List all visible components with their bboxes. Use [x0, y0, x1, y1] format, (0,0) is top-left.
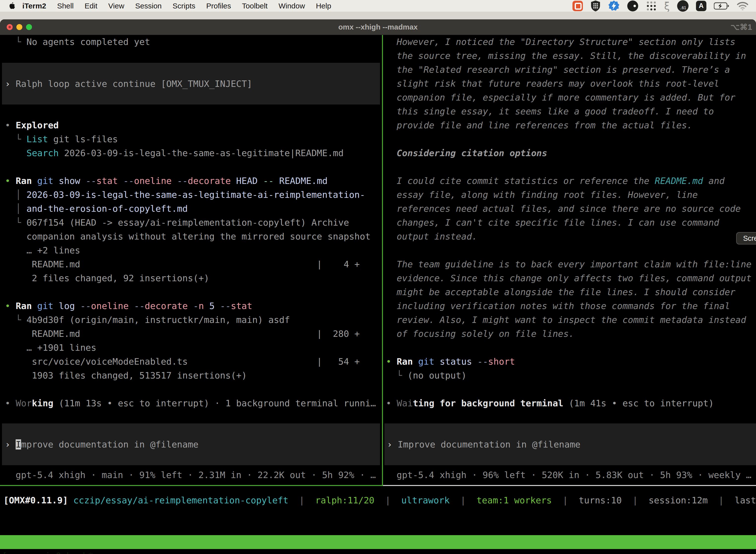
text-segment: oneline: [134, 176, 172, 186]
terminal-line: src/voice/voiceModeEnabled.ts | 54 +: [5, 355, 382, 369]
pane-divider-horizontal-left[interactable]: [0, 485, 383, 486]
terminal-line: │ and-the-erosion-of-copyleft.md: [5, 202, 382, 216]
messages-icon[interactable]: [572, 0, 583, 11]
status-icons: ξ ..61 A: [572, 0, 749, 11]
text-segment: The team guideline is to back every impo…: [386, 259, 752, 269]
badge-61-icon[interactable]: ..61: [677, 0, 689, 11]
terminal-line: might be acceptable alongside the file l…: [386, 285, 756, 299]
menu-item-help[interactable]: Help: [316, 2, 331, 10]
text-segment: companion analysis without altering the …: [5, 231, 371, 241]
right-prompt-input[interactable]: › Improve documentation in @filename: [384, 424, 756, 465]
tmux-status-bar: [omx-cczip0:bash* "MacBook-Pro-44.local"…: [0, 535, 756, 549]
terminal-line: slight risk that future readers may over…: [386, 77, 756, 91]
menu-bar: iTerm2 Shell Edit View Session Scripts P…: [0, 0, 756, 12]
menu-item-toolbelt[interactable]: Toolbelt: [242, 2, 268, 10]
left-input-text: › Improve documentation in @filename: [5, 439, 198, 449]
text-segment: Ralph loop active continue [OMX_TMUX_INJ…: [16, 79, 252, 89]
text-segment: log: [53, 301, 80, 311]
terminal-line: [386, 341, 756, 355]
terminal-line: the "Related research writing" section i…: [386, 63, 756, 77]
terminal-line: └ No agents completed yet: [5, 35, 382, 49]
text-segment: stat: [97, 176, 118, 186]
text-segment: [129, 301, 134, 311]
text-segment: this single essay, it seems like a good …: [386, 106, 714, 116]
text-segment: n: [198, 301, 204, 311]
grid-shield-icon[interactable]: [590, 0, 601, 11]
text-segment: git: [37, 176, 53, 186]
terminal-line: companion analysis without altering the …: [5, 230, 382, 243]
text-segment: Ran: [397, 356, 413, 367]
menu-item-profiles[interactable]: Profiles: [206, 2, 231, 10]
text-segment: evidence. Since this change only affects…: [386, 273, 752, 283]
letter-a-icon[interactable]: A: [696, 0, 706, 11]
text-segment: output instead.: [386, 231, 477, 241]
dot-grid-icon[interactable]: [646, 0, 657, 11]
menu-item-iterm2[interactable]: iTerm2: [22, 2, 46, 10]
terminal-line: • Explored: [5, 118, 382, 132]
screen-share-overlay[interactable]: Scre: [736, 232, 756, 244]
text-segment: --: [134, 301, 145, 311]
tmux-session-label[interactable]: [omx-cczip0:bash*: [2, 549, 93, 554]
text-segment: [32, 176, 37, 186]
bolt-badge-icon[interactable]: [608, 0, 620, 11]
terminal-line: companion file, especially if more comme…: [386, 91, 756, 105]
text-segment: README.md | 280 +: [5, 329, 360, 339]
text-segment: [413, 356, 418, 367]
text-segment: 2 files changed, 92 insertions(+): [5, 273, 209, 283]
wifi-icon[interactable]: [737, 0, 749, 11]
text-segment: --: [263, 176, 273, 186]
text-segment: Ran: [16, 301, 32, 311]
text-segment: and-the-erosion-of-copyleft.md: [26, 204, 188, 214]
text-segment: 4b9d30f (origin/main, instructkr/main, m…: [26, 315, 290, 325]
apple-menu-icon[interactable]: [7, 1, 17, 10]
menu-item-shell[interactable]: Shell: [57, 2, 74, 10]
text-segment: ›: [5, 79, 16, 89]
terminal-line: [386, 132, 756, 146]
text-segment: … +1901 lines: [5, 342, 96, 353]
text-segment: mprove documentation in @filename: [21, 439, 198, 449]
terminal-line: README.md | 280 +: [5, 327, 382, 341]
menu-item-session[interactable]: Session: [135, 2, 162, 10]
text-segment: short: [488, 356, 515, 367]
menu-item-scripts[interactable]: Scripts: [173, 2, 195, 10]
text-segment: Explored: [16, 120, 59, 130]
text-segment: 5: [204, 301, 220, 311]
text-segment: --: [177, 176, 188, 186]
window-title: omx --xhigh --madmax: [0, 19, 756, 35]
terminal-line: evidence. Since this change only affects…: [386, 271, 756, 285]
text-segment: └: [5, 315, 26, 325]
terminal-line: │ 2026-03-09-is-legal-the-same-as-legiti…: [5, 188, 382, 202]
text-segment: --: [85, 176, 96, 186]
terminal-line: including verification notes with those …: [386, 299, 756, 313]
menu-item-view[interactable]: View: [108, 2, 124, 10]
terminal-line: essay file, along with finding root file…: [386, 188, 756, 202]
left-prompt-input[interactable]: › Improve documentation in @filename: [2, 424, 380, 465]
pane-divider-horizontal-right[interactable]: [383, 485, 756, 486]
text-segment: README.md | 4 +: [5, 259, 360, 269]
left-status-line: gpt-5.4 xhigh · main · 91% left · 2.31M …: [16, 465, 382, 485]
terminal-line: However, I noticed the "Directory Struct…: [386, 35, 756, 49]
text-segment: companion file, especially if more comme…: [386, 92, 736, 103]
window-shortcut: ⌥⌘1: [731, 19, 752, 35]
text-segment: |: [708, 495, 735, 505]
menu-item-window[interactable]: Window: [278, 2, 305, 10]
text-segment: of focusing solely on file lines.: [386, 329, 574, 339]
battery-icon[interactable]: [714, 0, 729, 11]
title-bar[interactable]: omx --xhigh --madmax ⌥⌘1: [0, 19, 756, 35]
text-segment: status: [434, 356, 477, 367]
text-segment: turns:10: [579, 495, 622, 505]
text-segment: git: [37, 301, 53, 311]
text-segment: … +2 lines: [5, 245, 80, 256]
text-segment: Wor: [16, 398, 32, 408]
menu-item-edit[interactable]: Edit: [84, 2, 98, 10]
text-segment: 067f154 (HEAD -> essay/ai-reimplementati…: [26, 217, 349, 228]
text-segment: decorate: [145, 301, 188, 311]
text-segment: --: [478, 356, 488, 367]
text-segment: README.md: [274, 176, 328, 186]
text-segment: │: [5, 189, 26, 200]
crescent-circle-icon[interactable]: [627, 0, 638, 11]
text-segment: └: [5, 134, 26, 144]
terminal-line: [386, 243, 756, 258]
squiggle-icon[interactable]: ξ: [664, 0, 670, 11]
terminal-line: [5, 105, 382, 118]
